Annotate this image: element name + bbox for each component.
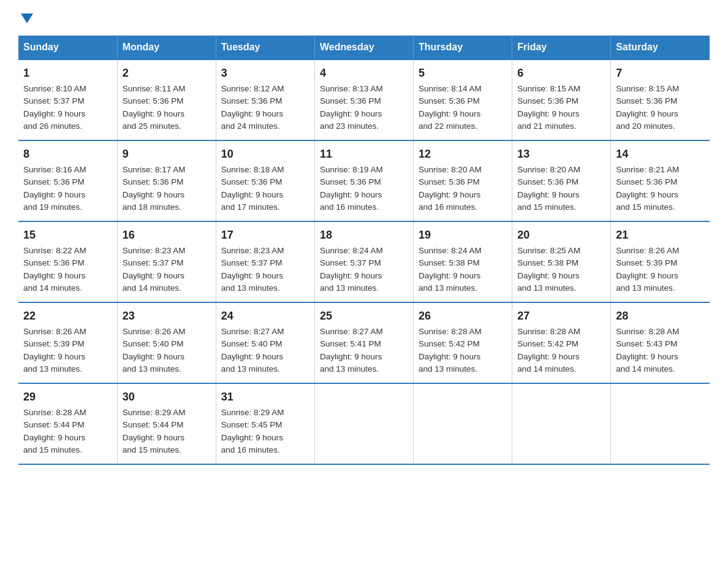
calendar-cell: 25 Sunrise: 8:27 AMSunset: 5:41 PMDaylig… [314, 302, 413, 383]
calendar-cell: 23 Sunrise: 8:26 AMSunset: 5:40 PMDaylig… [117, 302, 216, 383]
calendar-cell: 21 Sunrise: 8:26 AMSunset: 5:39 PMDaylig… [611, 221, 710, 302]
column-header-saturday: Saturday [611, 36, 710, 59]
day-info: Sunrise: 8:29 AMSunset: 5:45 PMDaylight:… [221, 408, 284, 454]
week-row-4: 22 Sunrise: 8:26 AMSunset: 5:39 PMDaylig… [18, 302, 710, 383]
column-header-sunday: Sunday [18, 36, 117, 59]
calendar-cell [512, 383, 611, 464]
day-number: 12 [419, 146, 507, 163]
day-info: Sunrise: 8:28 AMSunset: 5:44 PMDaylight:… [23, 408, 86, 454]
calendar-cell [314, 383, 413, 464]
day-number: 1 [23, 65, 112, 82]
day-info: Sunrise: 8:14 AMSunset: 5:36 PMDaylight:… [419, 84, 482, 131]
day-number: 29 [23, 389, 112, 405]
calendar-cell: 1 Sunrise: 8:10 AMSunset: 5:37 PMDayligh… [18, 59, 117, 140]
week-row-3: 15 Sunrise: 8:22 AMSunset: 5:36 PMDaylig… [18, 221, 710, 302]
day-info: Sunrise: 8:29 AMSunset: 5:44 PMDaylight:… [123, 408, 186, 454]
calendar-cell: 14 Sunrise: 8:21 AMSunset: 5:36 PMDaylig… [611, 140, 710, 221]
calendar-cell: 27 Sunrise: 8:28 AMSunset: 5:42 PMDaylig… [512, 302, 611, 383]
calendar-cell: 22 Sunrise: 8:26 AMSunset: 5:39 PMDaylig… [18, 302, 117, 383]
day-number: 15 [23, 227, 112, 243]
day-info: Sunrise: 8:22 AMSunset: 5:36 PMDaylight:… [23, 246, 86, 293]
calendar-cell: 19 Sunrise: 8:24 AMSunset: 5:38 PMDaylig… [414, 221, 512, 302]
week-row-1: 1 Sunrise: 8:10 AMSunset: 5:37 PMDayligh… [18, 59, 710, 140]
day-info: Sunrise: 8:20 AMSunset: 5:36 PMDaylight:… [517, 165, 580, 212]
day-info: Sunrise: 8:28 AMSunset: 5:42 PMDaylight:… [419, 327, 482, 373]
day-info: Sunrise: 8:26 AMSunset: 5:40 PMDaylight:… [123, 327, 186, 373]
day-number: 4 [320, 65, 408, 82]
day-number: 19 [419, 227, 507, 243]
day-info: Sunrise: 8:16 AMSunset: 5:36 PMDaylight:… [23, 165, 86, 212]
calendar-cell [611, 383, 710, 464]
calendar-cell: 28 Sunrise: 8:28 AMSunset: 5:43 PMDaylig… [611, 302, 710, 383]
day-number: 20 [517, 227, 605, 243]
calendar-cell: 15 Sunrise: 8:22 AMSunset: 5:36 PMDaylig… [18, 221, 117, 302]
day-number: 3 [221, 65, 309, 82]
day-info: Sunrise: 8:27 AMSunset: 5:41 PMDaylight:… [320, 327, 383, 373]
day-number: 9 [123, 146, 211, 163]
day-info: Sunrise: 8:11 AMSunset: 5:36 PMDaylight:… [123, 84, 186, 131]
day-info: Sunrise: 8:17 AMSunset: 5:36 PMDaylight:… [123, 165, 186, 212]
day-info: Sunrise: 8:20 AMSunset: 5:36 PMDaylight:… [419, 165, 482, 212]
day-info: Sunrise: 8:19 AMSunset: 5:36 PMDaylight:… [320, 165, 383, 212]
week-row-5: 29 Sunrise: 8:28 AMSunset: 5:44 PMDaylig… [18, 383, 710, 464]
day-number: 11 [320, 146, 408, 163]
day-number: 23 [123, 308, 211, 324]
header-row: SundayMondayTuesdayWednesdayThursdayFrid… [18, 36, 710, 59]
calendar-cell: 30 Sunrise: 8:29 AMSunset: 5:44 PMDaylig… [117, 383, 216, 464]
column-header-thursday: Thursday [414, 36, 512, 59]
day-number: 16 [123, 227, 211, 243]
day-info: Sunrise: 8:24 AMSunset: 5:38 PMDaylight:… [419, 246, 482, 293]
calendar-cell [414, 383, 512, 464]
column-header-friday: Friday [512, 36, 611, 59]
day-number: 18 [320, 227, 408, 243]
day-number: 28 [616, 308, 705, 324]
day-info: Sunrise: 8:23 AMSunset: 5:37 PMDaylight:… [123, 246, 186, 293]
day-info: Sunrise: 8:26 AMSunset: 5:39 PMDaylight:… [23, 327, 86, 373]
day-number: 26 [419, 308, 507, 324]
calendar-table: SundayMondayTuesdayWednesdayThursdayFrid… [18, 36, 710, 465]
day-info: Sunrise: 8:27 AMSunset: 5:40 PMDaylight:… [221, 327, 284, 373]
calendar-cell: 2 Sunrise: 8:11 AMSunset: 5:36 PMDayligh… [117, 59, 216, 140]
calendar-cell: 4 Sunrise: 8:13 AMSunset: 5:36 PMDayligh… [314, 59, 413, 140]
day-number: 31 [221, 389, 309, 405]
calendar-cell: 17 Sunrise: 8:23 AMSunset: 5:37 PMDaylig… [216, 221, 314, 302]
calendar-cell: 16 Sunrise: 8:23 AMSunset: 5:37 PMDaylig… [117, 221, 216, 302]
calendar-cell: 9 Sunrise: 8:17 AMSunset: 5:36 PMDayligh… [117, 140, 216, 221]
day-info: Sunrise: 8:12 AMSunset: 5:36 PMDaylight:… [221, 84, 284, 131]
day-info: Sunrise: 8:25 AMSunset: 5:38 PMDaylight:… [517, 246, 580, 293]
day-number: 24 [221, 308, 309, 324]
calendar-cell: 11 Sunrise: 8:19 AMSunset: 5:36 PMDaylig… [314, 140, 413, 221]
day-number: 8 [23, 146, 112, 163]
calendar-cell: 8 Sunrise: 8:16 AMSunset: 5:36 PMDayligh… [18, 140, 117, 221]
calendar-cell: 31 Sunrise: 8:29 AMSunset: 5:45 PMDaylig… [216, 383, 314, 464]
day-info: Sunrise: 8:24 AMSunset: 5:37 PMDaylight:… [320, 246, 383, 293]
calendar-cell: 3 Sunrise: 8:12 AMSunset: 5:36 PMDayligh… [216, 59, 314, 140]
calendar-cell: 12 Sunrise: 8:20 AMSunset: 5:36 PMDaylig… [414, 140, 512, 221]
logo [18, 12, 33, 23]
day-info: Sunrise: 8:28 AMSunset: 5:42 PMDaylight:… [517, 327, 580, 373]
day-info: Sunrise: 8:23 AMSunset: 5:37 PMDaylight:… [221, 246, 284, 293]
day-number: 14 [616, 146, 705, 163]
day-number: 21 [616, 227, 705, 243]
day-number: 2 [123, 65, 211, 82]
calendar-cell: 6 Sunrise: 8:15 AMSunset: 5:36 PMDayligh… [512, 59, 611, 140]
day-info: Sunrise: 8:15 AMSunset: 5:36 PMDaylight:… [517, 84, 580, 131]
day-info: Sunrise: 8:18 AMSunset: 5:36 PMDaylight:… [221, 165, 284, 212]
day-number: 27 [517, 308, 605, 324]
day-number: 25 [320, 308, 408, 324]
calendar-cell: 13 Sunrise: 8:20 AMSunset: 5:36 PMDaylig… [512, 140, 611, 221]
day-number: 7 [616, 65, 705, 82]
week-row-2: 8 Sunrise: 8:16 AMSunset: 5:36 PMDayligh… [18, 140, 710, 221]
day-number: 22 [23, 308, 112, 324]
day-number: 5 [419, 65, 507, 82]
column-header-wednesday: Wednesday [314, 36, 413, 59]
page-header [18, 12, 710, 23]
day-number: 17 [221, 227, 309, 243]
calendar-cell: 29 Sunrise: 8:28 AMSunset: 5:44 PMDaylig… [18, 383, 117, 464]
day-info: Sunrise: 8:15 AMSunset: 5:36 PMDaylight:… [616, 84, 679, 131]
day-info: Sunrise: 8:10 AMSunset: 5:37 PMDaylight:… [23, 84, 86, 131]
day-number: 10 [221, 146, 309, 163]
calendar-cell: 18 Sunrise: 8:24 AMSunset: 5:37 PMDaylig… [314, 221, 413, 302]
logo-triangle-icon [21, 13, 33, 23]
column-header-tuesday: Tuesday [216, 36, 314, 59]
